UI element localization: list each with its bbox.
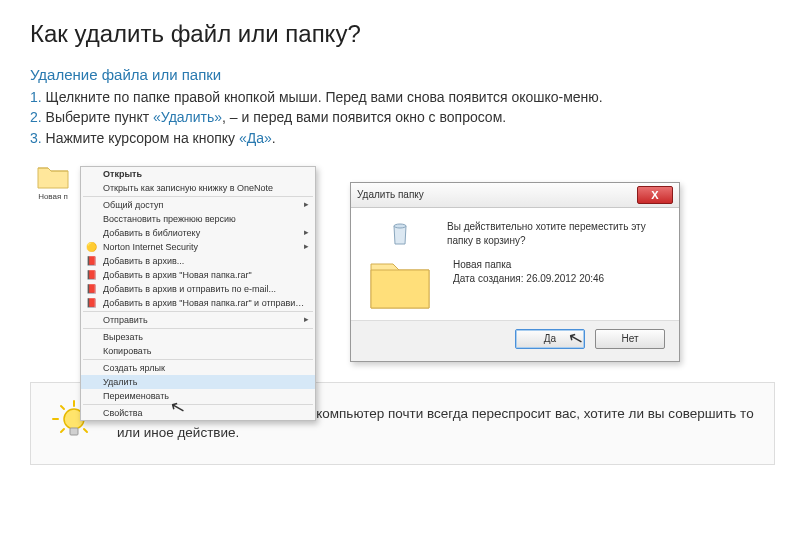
menu-item-rename[interactable]: Переименовать (81, 389, 315, 403)
menu-item-add-send[interactable]: 📕Добавить в архив и отправить по e-mail.… (81, 282, 315, 296)
menu-item-add-archive-named[interactable]: 📕Добавить в архив "Новая папка.rar" (81, 268, 315, 282)
menu-item-add-named-send[interactable]: 📕Добавить в архив "Новая папка.rar" и от… (81, 296, 315, 310)
page-title: Как удалить файл или папку? (30, 20, 775, 48)
archive-icon: 📕 (85, 255, 97, 267)
menu-separator (83, 311, 313, 312)
step-text-post: , – и перед вами появится окно с вопросо… (222, 109, 506, 125)
step-number: 2. (30, 109, 42, 125)
large-folder-icon (365, 252, 435, 312)
no-button[interactable]: Нет (595, 329, 665, 349)
folder-icon (36, 162, 70, 190)
context-menu: Открыть Открыть как записную книжку в On… (80, 166, 316, 421)
norton-icon: 🟡 (85, 241, 97, 253)
folder-label: Новая п (38, 192, 68, 201)
menu-item-norton[interactable]: 🟡Norton Internet Security (81, 240, 315, 254)
archive-icon: 📕 (85, 269, 97, 281)
page-subtitle: Удаление файла или папки (30, 66, 775, 83)
close-button[interactable]: X (637, 186, 673, 204)
step-1: 1. Щелкните по папке правой кнопкой мыши… (30, 87, 775, 107)
menu-separator (83, 328, 313, 329)
menu-item-onenote[interactable]: Открыть как записную книжку в OneNote (81, 181, 315, 195)
menu-item-restore[interactable]: Восстановить прежнюю версию (81, 212, 315, 226)
dialog-folder-name: Новая папка (453, 258, 665, 272)
menu-separator (83, 196, 313, 197)
step-keyword: «Да» (239, 130, 272, 146)
step-text-post: . (272, 130, 276, 146)
dialog-date: Дата создания: 26.09.2012 20:46 (453, 272, 665, 286)
recycle-bin-icon (390, 220, 410, 246)
svg-line-8 (61, 429, 64, 432)
dialog-title: Удалить папку (357, 189, 424, 200)
step-2: 2. Выберите пункт «Удалить», – и перед в… (30, 107, 775, 127)
svg-point-0 (394, 224, 406, 228)
menu-item-properties[interactable]: Свойства (81, 406, 315, 420)
menu-item-open[interactable]: Открыть (81, 167, 315, 181)
menu-item-delete[interactable]: Удалить (81, 375, 315, 389)
step-text-pre: Нажмите курсором на кнопку (46, 130, 239, 146)
step-keyword: «Удалить» (153, 109, 222, 125)
close-icon: X (651, 189, 658, 201)
delete-dialog-illustration: Удалить папку X Вы действ (350, 182, 680, 362)
menu-separator (83, 404, 313, 405)
menu-item-cut[interactable]: Вырезать (81, 330, 315, 344)
context-menu-illustration: Новая п Открыть Открыть как записную кни… (30, 162, 320, 212)
svg-line-6 (61, 406, 64, 409)
svg-line-9 (84, 429, 87, 432)
step-number: 3. (30, 130, 42, 146)
step-3: 3. Нажмите курсором на кнопку «Да». (30, 128, 775, 148)
step-text-pre: Выберите пункт (46, 109, 153, 125)
dialog-question: Вы действительно хотите переместить эту … (447, 220, 665, 248)
delete-dialog: Удалить папку X Вы действ (350, 182, 680, 362)
menu-item-send[interactable]: Отправить (81, 313, 315, 327)
step-list: 1. Щелкните по папке правой кнопкой мыши… (30, 87, 775, 148)
dialog-titlebar: Удалить папку X (351, 183, 679, 208)
archive-icon: 📕 (85, 283, 97, 295)
menu-separator (83, 359, 313, 360)
menu-item-shortcut[interactable]: Создать ярлык (81, 361, 315, 375)
menu-item-add-lib[interactable]: Добавить в библиотеку (81, 226, 315, 240)
step-number: 1. (30, 89, 42, 105)
archive-icon: 📕 (85, 297, 97, 309)
menu-item-share[interactable]: Общий доступ (81, 198, 315, 212)
step-text: Щелкните по папке правой кнопкой мыши. П… (46, 89, 603, 105)
menu-item-copy[interactable]: Копировать (81, 344, 315, 358)
menu-item-add-archive[interactable]: 📕Добавить в архив... (81, 254, 315, 268)
folder-thumbnail[interactable]: Новая п (30, 162, 76, 212)
svg-rect-2 (70, 428, 78, 435)
